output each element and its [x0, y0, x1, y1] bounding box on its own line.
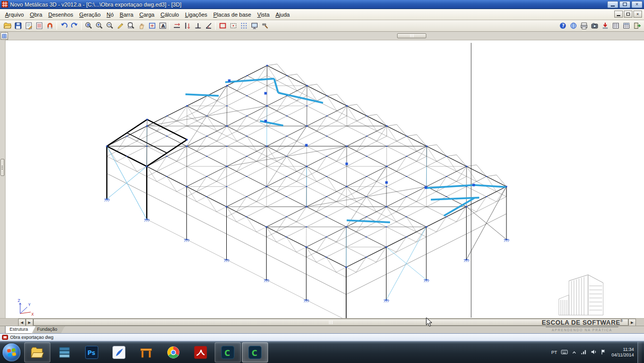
- tb-hand-button[interactable]: [136, 21, 147, 31]
- vertical-pane-splitter[interactable]: [1, 159, 5, 176]
- tb-undo-button[interactable]: [58, 21, 69, 31]
- taskbar-archive-app[interactable]: [51, 342, 78, 362]
- tb-text-a-button[interactable]: A: [157, 21, 168, 31]
- title-bar: Novo Metálicas 3D - v2012.a - [C:\...\Ob…: [0, 0, 644, 9]
- tb-perp-button[interactable]: [192, 21, 203, 31]
- clock-date: 04/11/2014: [612, 352, 634, 358]
- tb-zoom-page-button[interactable]: [125, 21, 136, 31]
- tb-save-button[interactable]: [13, 21, 23, 31]
- tab-estrutura[interactable]: Estrutura: [5, 326, 36, 334]
- taskbar-writer-app[interactable]: [106, 342, 132, 362]
- volume-icon[interactable]: [591, 348, 597, 357]
- menu-vista[interactable]: Vista: [254, 11, 272, 19]
- tb-print-button[interactable]: [578, 21, 589, 31]
- taskbar: PsCC PT 11:34 04/11/2014: [0, 341, 644, 363]
- scrollbar-thumb[interactable]: [33, 319, 628, 326]
- network-icon[interactable]: [581, 348, 587, 357]
- clock-time: 11:34: [612, 347, 634, 352]
- keyboard-icon[interactable]: [561, 348, 568, 357]
- job-dock-bar[interactable]: Obra exportaçao dwg: [0, 333, 644, 341]
- menu-ajuda[interactable]: Ajuda: [273, 11, 293, 19]
- svg-text:X: X: [31, 312, 34, 317]
- tb-hammer-button[interactable]: [260, 21, 270, 31]
- svg-text:R: R: [87, 23, 90, 27]
- menu-desenhos[interactable]: Desenhos: [45, 11, 77, 19]
- toolbar-separator: [81, 22, 82, 30]
- app-icon[interactable]: [2, 1, 8, 8]
- mdi-restore-button[interactable]: [624, 11, 632, 18]
- minimize-button[interactable]: [607, 1, 618, 8]
- tb-angle-button[interactable]: [203, 21, 214, 31]
- tb-zoom-out-button[interactable]: [104, 21, 115, 31]
- tb-open-button[interactable]: [2, 21, 13, 31]
- scroll-right-button[interactable]: ▶: [628, 319, 636, 326]
- menu-placas-de-base[interactable]: Placas de base: [210, 11, 254, 19]
- toolbar-separator: [56, 22, 57, 30]
- clock[interactable]: 11:34 04/11/2014: [612, 347, 634, 358]
- taskbar-cype-app[interactable]: C: [215, 342, 241, 362]
- tb-monitor-button[interactable]: [249, 21, 260, 31]
- horizontal-pane-splitter[interactable]: [397, 33, 426, 38]
- tb-bar-v-button[interactable]: [182, 21, 192, 31]
- window-title: Novo Metálicas 3D - v2012.a - [C:\...\Ob…: [10, 2, 607, 8]
- menu-gera-o[interactable]: Geração: [76, 11, 103, 19]
- action-center-flag-icon[interactable]: [601, 348, 606, 357]
- scroll-left-button[interactable]: ◀: [18, 319, 26, 326]
- start-button[interactable]: [3, 343, 21, 361]
- tb-table-alt-button[interactable]: [621, 21, 631, 31]
- system-tray: PT 11:34 04/11/2014: [551, 342, 644, 363]
- toolbar-separator: [215, 22, 216, 30]
- taskbar-pdf-reader[interactable]: [187, 342, 214, 362]
- tb-pencil-button[interactable]: [115, 21, 125, 31]
- tb-magnet-button[interactable]: [44, 21, 55, 31]
- taskbar-metalicas-3d[interactable]: [133, 342, 159, 362]
- tb-dash-frame-button[interactable]: [228, 21, 238, 31]
- taskbar-windows-explorer[interactable]: [24, 342, 50, 362]
- svg-text:C: C: [252, 349, 257, 358]
- mdi-close-button[interactable]: ×: [633, 11, 642, 18]
- mdi-minimize-button[interactable]: [614, 11, 623, 18]
- maximize-button[interactable]: [619, 1, 630, 8]
- tab-funda-o[interactable]: Fundação: [33, 326, 65, 334]
- view-tabs: EstruturaFundação: [0, 326, 644, 333]
- job-label: Obra exportaçao dwg: [10, 335, 53, 340]
- scroll-right-button-left[interactable]: ▶: [26, 319, 33, 326]
- menu-carga[interactable]: Carga: [137, 11, 158, 19]
- main-toolbar: RA ?: [0, 20, 644, 32]
- show-desktop-button[interactable]: [637, 342, 642, 363]
- svg-text:C: C: [225, 349, 230, 358]
- tb-red-frame-button[interactable]: [217, 21, 228, 31]
- tb-zoom-frame-button[interactable]: [147, 21, 157, 31]
- taskbar-cype-app-active[interactable]: C: [242, 342, 268, 362]
- canvas-corner-button[interactable]: [1, 32, 8, 40]
- tb-doc-grid-button[interactable]: [34, 21, 44, 31]
- taskbar-photoshop[interactable]: Ps: [79, 342, 105, 362]
- tb-camera-button[interactable]: [589, 21, 600, 31]
- language-indicator[interactable]: PT: [551, 350, 557, 355]
- tb-globe-button[interactable]: [568, 21, 578, 31]
- tb-redo-button[interactable]: [69, 21, 80, 31]
- tb-exit-button[interactable]: [631, 21, 642, 31]
- menu-barra[interactable]: Barra: [117, 11, 137, 19]
- menu-liga-es[interactable]: Ligações: [182, 11, 210, 19]
- scrollbar-corner: [636, 319, 644, 326]
- tb-doc-draw-button[interactable]: [23, 21, 34, 31]
- tb-table-button[interactable]: [610, 21, 621, 31]
- menu-arquivo[interactable]: Arquivo: [2, 11, 27, 19]
- tb-dot-grid-button[interactable]: [238, 21, 249, 31]
- scrollbar-left-spacer: [0, 319, 18, 326]
- taskbar-chrome[interactable]: [160, 342, 186, 362]
- tb-zoom-in-button[interactable]: [94, 21, 104, 31]
- tb-zoom-r-button[interactable]: R: [83, 21, 94, 31]
- tb-bar-h-button[interactable]: [171, 21, 182, 31]
- menu-n-[interactable]: Nó: [104, 11, 117, 19]
- job-icon: [2, 334, 8, 340]
- menu-obra[interactable]: Obra: [27, 11, 45, 19]
- model-viewport[interactable]: ZYX: [6, 40, 644, 318]
- tb-import-dwg-button[interactable]: [600, 21, 610, 31]
- svg-text:Ps: Ps: [88, 349, 96, 356]
- close-button[interactable]: ×: [631, 1, 642, 8]
- menu-c-lculo[interactable]: Cálculo: [158, 11, 182, 19]
- tray-expand-icon[interactable]: [571, 348, 577, 357]
- tb-help-button[interactable]: ?: [557, 21, 568, 31]
